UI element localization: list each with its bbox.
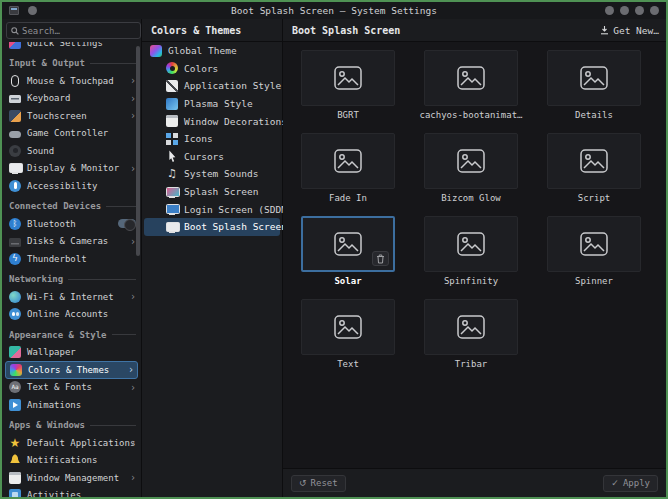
sidebar-item-notifications[interactable]: Notifications [2,452,141,470]
activities-icon [9,489,21,497]
theme-tile-tribar[interactable]: Tribar [424,299,518,369]
theme-label: Bizcom Glow [416,193,526,203]
quick-settings-icon [9,42,21,49]
subpanel-item-plasma-style[interactable]: Plasma Style [142,95,282,113]
theme-tile-fade-in[interactable]: Fade In [301,133,395,203]
theme-label: Fade In [293,193,403,203]
sidebar-nav: Quick Settings Input & Output Mouse & To… [2,42,141,497]
sidebar-item-default-applications[interactable]: ★ Default Applications › [2,434,141,452]
window-title: Boot Splash Screen — System Settings [2,5,666,16]
boot-splash-screen-icon [166,221,178,233]
theme-grid: BGRT cachyos-bootanimat… Details Fade In [283,42,666,469]
theme-tile-spinner[interactable]: Spinner [547,216,641,286]
subpanel-item-icons[interactable]: Icons [142,130,282,148]
sidebar-section-connected-devices: Connected Devices [2,198,141,216]
sidebar-item-wallpaper[interactable]: Wallpaper [2,344,141,362]
image-placeholder-icon [457,232,485,256]
bluetooth-icon: ᛒ [9,218,21,230]
splash-screen-icon [166,186,178,198]
image-placeholder-icon [334,149,362,173]
application-style-icon [166,80,178,92]
sidebar-item-window-management[interactable]: Window Management › [2,469,141,487]
bell-icon [9,454,21,466]
subpanel-item-window-decorations[interactable]: Window Decorations [142,112,282,130]
sidebar-item-wifi-internet[interactable]: Wi-Fi & Internet › [2,288,141,306]
cursors-icon [166,150,178,162]
game-controller-icon [9,131,21,138]
theme-tile-cachyos[interactable]: cachyos-bootanimat… [424,50,518,120]
colors-themes-icon [10,364,22,376]
sidebar: Quick Settings Input & Output Mouse & To… [2,19,142,497]
trash-icon [376,254,385,264]
subpanel-item-login-screen[interactable]: Login Screen (SDDM) [142,200,282,218]
search-icon [11,27,19,35]
theme-tile-spinfinity[interactable]: Spinfinity [424,216,518,286]
sidebar-item-text-fonts[interactable]: Aa Text & Fonts › [2,379,141,397]
subpanel-item-cursors[interactable]: Cursors [142,148,282,166]
subpanel-item-splash-screen[interactable]: Splash Screen [142,183,282,201]
chevron-right-icon: › [128,364,134,375]
image-placeholder-icon [580,232,608,256]
sidebar-item-keyboard[interactable]: Keyboard › [2,90,141,108]
online-accounts-icon [9,308,21,320]
sound-icon [9,145,21,157]
subpanel-item-boot-splash-screen[interactable]: Boot Splash Screen [144,218,280,236]
sidebar-item-colors-themes[interactable]: Colors & Themes › [5,361,138,379]
chevron-right-icon: › [130,382,136,393]
sidebar-item-animations[interactable]: Animations [2,396,141,414]
delete-theme-button[interactable] [372,251,389,266]
keyboard-icon [9,95,21,103]
image-placeholder-icon [334,232,362,256]
login-screen-icon [166,203,178,215]
touchscreen-icon [9,110,21,122]
theme-label: Script [539,193,649,203]
theme-tile-solar[interactable]: Solar [301,216,395,286]
sidebar-item-thunderbolt[interactable]: ϟ Thunderbolt [2,250,141,268]
sidebar-item-activities[interactable]: Activities [2,487,141,498]
wifi-icon [9,291,21,303]
boot-splash-panel: Boot Splash Screen Get New… BGRT cachyos… [283,19,666,497]
theme-tile-bizcom-glow[interactable]: Bizcom Glow [424,133,518,203]
download-icon [600,25,609,35]
sidebar-item-display-monitor[interactable]: Display & Monitor › [2,160,141,178]
bluetooth-toggle[interactable] [118,219,136,228]
global-theme-icon [150,45,162,57]
animations-icon [9,399,21,411]
theme-label: Text [293,359,403,369]
theme-label: Tribar [416,359,526,369]
display-monitor-icon [9,162,21,174]
theme-tile-details[interactable]: Details [547,50,641,120]
theme-label: Spinfinity [416,276,526,286]
sidebar-item-quick-settings[interactable]: Quick Settings [2,42,141,52]
image-placeholder-icon [457,149,485,173]
reset-button[interactable]: ↺ Reset [291,475,346,492]
search-box[interactable] [6,22,141,39]
get-new-button[interactable]: Get New… [600,25,659,36]
subpanel-item-system-sounds[interactable]: ♫ System Sounds [142,165,282,183]
sidebar-item-sound[interactable]: Sound [2,142,141,160]
search-input[interactable] [22,26,136,36]
chevron-right-icon: › [130,291,136,302]
subpanel-item-colors[interactable]: Colors [142,60,282,78]
theme-tile-text[interactable]: Text [301,299,395,369]
accessibility-icon [9,180,21,192]
sidebar-item-online-accounts[interactable]: Online Accounts [2,306,141,324]
star-icon: ★ [9,437,21,449]
sidebar-item-disks-cameras[interactable]: Disks & Cameras › [2,233,141,251]
theme-label: Spinner [539,276,649,286]
sidebar-item-touchscreen[interactable]: Touchscreen › [2,107,141,125]
sidebar-scrollbar[interactable] [136,46,140,256]
system-sounds-icon: ♫ [166,168,178,180]
sidebar-item-bluetooth[interactable]: ᛒ Bluetooth [2,215,141,233]
apply-button[interactable]: ✓ Apply [603,475,658,492]
subpanel-item-application-style[interactable]: Application Style [142,77,282,95]
sidebar-item-game-controller[interactable]: Game Controller [2,125,141,143]
subpanel-item-global-theme[interactable]: Global Theme [142,42,282,60]
disks-cameras-icon [9,238,21,247]
sidebar-item-accessibility[interactable]: Accessibility [2,177,141,195]
theme-tile-script[interactable]: Script [547,133,641,203]
apply-check-icon: ✓ [611,478,619,488]
theme-label: Solar [293,276,403,286]
theme-tile-bgrt[interactable]: BGRT [301,50,395,120]
sidebar-item-mouse-touchpad[interactable]: Mouse & Touchpad › [2,72,141,90]
